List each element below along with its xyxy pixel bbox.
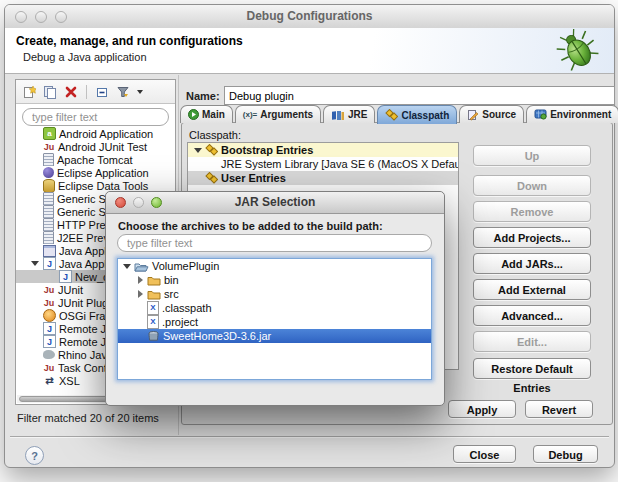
debug-configurations-window: Debug Configurations Create, manage, and… — [4, 4, 615, 468]
config-tab-bar: Main (x)= Arguments JRE Classpath Source… — [180, 105, 618, 124]
open-folder-icon — [134, 261, 149, 272]
java-config-icon: J — [59, 270, 72, 283]
xsl-icon: ⇄ — [43, 375, 56, 387]
up-button[interactable]: Up — [473, 145, 591, 166]
server-icon — [43, 218, 54, 231]
classpath-tab-icon — [385, 109, 398, 121]
sidebar-filter-input[interactable] — [22, 108, 169, 126]
osgi-icon — [43, 309, 56, 322]
server-icon — [43, 192, 54, 205]
classpath-row-jre-system-library[interactable]: JRE System Library [Java SE 6 (MacOS X D… — [188, 157, 458, 171]
filter-launch-configs-icon[interactable] — [115, 84, 131, 100]
remote-java-icon: J — [43, 322, 56, 335]
junit-plugin-icon: Ju — [43, 297, 55, 309]
jar-dialog-tree: VolumePlugin bin src X .classpath X .pro… — [117, 258, 432, 380]
main-tab-icon — [188, 109, 199, 120]
duplicate-launch-config-icon[interactable] — [42, 84, 58, 100]
jar-dialog-titlebar[interactable]: JAR Selection — [106, 192, 444, 214]
jar-dialog-prompt: Choose the archives to be added to the b… — [118, 220, 383, 232]
junit-icon: Ju — [43, 284, 55, 296]
window-titlebar[interactable]: Debug Configurations — [5, 5, 614, 29]
tab-classpath[interactable]: Classpath — [377, 105, 457, 124]
advanced-button[interactable]: Advanced... — [473, 305, 591, 326]
sidebar-item-apache-tomcat[interactable]: Apache Tomcat — [16, 153, 175, 166]
sidebar-item-android-junit-test[interactable]: JuAndroid JUnit Test — [16, 140, 175, 153]
delete-launch-config-icon[interactable] — [63, 84, 79, 100]
folder-icon — [147, 289, 161, 300]
xml-file-icon: X — [147, 315, 159, 329]
collapse-all-icon[interactable] — [94, 84, 110, 100]
tree-row-src[interactable]: src — [118, 287, 431, 301]
database-icon — [43, 179, 55, 192]
jar-selection-dialog: JAR Selection Choose the archives to be … — [105, 191, 445, 406]
expander-down-icon[interactable] — [31, 261, 39, 266]
tab-arguments[interactable]: (x)= Arguments — [235, 105, 321, 123]
classpath-row-user-entries[interactable]: User Entries — [188, 171, 458, 185]
tab-environment[interactable]: Environment — [526, 105, 618, 123]
name-input[interactable] — [224, 86, 615, 105]
classpath-label: Classpath: — [189, 129, 241, 141]
tab-main[interactable]: Main — [180, 105, 233, 123]
source-tab-icon — [467, 109, 479, 121]
screen: Debug Configurations Create, manage, and… — [0, 0, 618, 482]
expander-down-icon[interactable] — [123, 264, 131, 269]
jar-dialog-filter-input[interactable] — [117, 234, 432, 252]
close-button[interactable]: Close — [453, 445, 516, 463]
folder-icon — [147, 275, 161, 286]
filter-status-text: Filter matched 20 of 20 items — [17, 412, 159, 424]
tree-row-sweethome3d-jar[interactable]: SweetHome3D-3.6.jar — [118, 329, 431, 343]
window-title: Debug Configurations — [5, 9, 614, 23]
expander-right-icon[interactable] — [138, 276, 143, 284]
filter-menu-dropdown-arrow[interactable] — [137, 90, 143, 94]
header-subtitle: Debug a Java application — [23, 51, 147, 63]
junit-icon: Ju — [43, 141, 55, 153]
footer-separator — [10, 436, 609, 437]
debug-bug-icon — [554, 29, 602, 76]
java-app-icon: J — [43, 257, 56, 270]
classpath-nodes-icon — [205, 144, 218, 156]
xml-file-icon: X — [147, 301, 159, 315]
revert-button[interactable]: Revert — [525, 400, 593, 418]
rhino-icon — [43, 350, 55, 359]
add-projects-button[interactable]: Add Projects... — [473, 227, 591, 248]
remote-java-icon: J — [43, 335, 56, 348]
edit-button[interactable]: Edit... — [473, 331, 591, 352]
classpath-nodes-icon — [205, 172, 218, 184]
task-context-icon: Ju — [43, 362, 55, 374]
dialog-header: Create, manage, and run configurations D… — [5, 28, 614, 74]
restore-default-entries-button[interactable]: Restore Default Entries — [473, 358, 591, 379]
tree-row-bin[interactable]: bin — [118, 273, 431, 287]
down-button[interactable]: Down — [473, 175, 591, 196]
add-external-jars-button[interactable]: Add External JARs... — [473, 279, 591, 300]
arguments-tab-icon: (x)= — [243, 110, 257, 119]
server-icon — [43, 153, 54, 166]
jre-tab-icon — [331, 109, 345, 121]
tree-row-volumeplugin[interactable]: VolumePlugin — [118, 259, 431, 273]
header-title: Create, manage, and run configurations — [16, 34, 243, 48]
tab-source[interactable]: Source — [459, 105, 524, 123]
toolbar-separator — [86, 85, 87, 99]
add-jars-button[interactable]: Add JARs... — [473, 253, 591, 274]
server-icon — [43, 231, 54, 244]
server-icon — [43, 205, 54, 218]
tree-row-project-file[interactable]: X .project — [118, 315, 431, 329]
help-button[interactable]: ? — [25, 446, 44, 465]
sidebar-item-android-application[interactable]: aAndroid Application — [16, 127, 175, 140]
jar-file-icon — [147, 330, 160, 342]
debug-button[interactable]: Debug — [533, 445, 598, 463]
eclipse-app-icon — [43, 167, 54, 178]
environment-tab-icon — [534, 109, 547, 120]
applet-icon — [43, 245, 56, 257]
sidebar-item-eclipse-application[interactable]: Eclipse Application — [16, 166, 175, 179]
jar-dialog-title: JAR Selection — [106, 195, 444, 209]
remove-button[interactable]: Remove — [473, 201, 591, 222]
expander-right-icon[interactable] — [138, 290, 143, 298]
question-mark-icon: ? — [31, 450, 38, 462]
apply-button[interactable]: Apply — [448, 400, 516, 418]
classpath-row-bootstrap-entries[interactable]: Bootstrap Entries — [188, 143, 458, 157]
expander-down-icon[interactable] — [194, 148, 202, 153]
new-launch-config-icon[interactable] — [21, 84, 37, 100]
tree-row-classpath-file[interactable]: X .classpath — [118, 301, 431, 315]
tab-jre[interactable]: JRE — [323, 105, 375, 123]
name-label: Name: — [186, 90, 220, 102]
